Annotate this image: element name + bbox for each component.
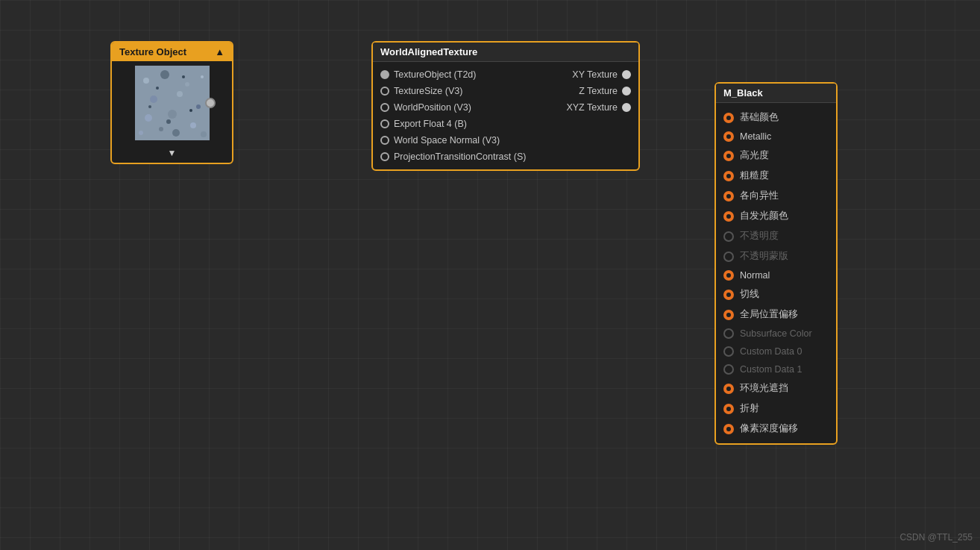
- mat-label-13: Custom Data 0: [740, 346, 802, 357]
- wat-row-3: WorldPosition (V3) XYZ Texture: [373, 99, 638, 116]
- wat-input-2: TextureSize (V3): [380, 86, 462, 96]
- mat-label-2: Metallic: [740, 131, 771, 142]
- output-label-1: XY Texture: [572, 69, 618, 80]
- mat-row-11: 全局位置偏移: [716, 304, 836, 325]
- wat-input-1: TextureObject (T2d): [380, 69, 476, 80]
- svg-point-8: [196, 104, 201, 109]
- mat-pin-8[interactable]: [723, 251, 734, 262]
- svg-point-13: [201, 75, 204, 78]
- input-pin-2[interactable]: [380, 87, 389, 96]
- mat-label-7: 不透明度: [740, 230, 779, 243]
- watermark-text: CSDN @TTL_255: [899, 532, 973, 543]
- input-pin-1[interactable]: [380, 70, 389, 79]
- mat-row-1: 基础颜色: [716, 107, 836, 128]
- svg-point-9: [145, 114, 152, 122]
- mat-pin-5[interactable]: [723, 191, 734, 201]
- mat-row-2: Metallic: [716, 128, 836, 146]
- input-pin-3[interactable]: [380, 103, 389, 112]
- mat-pin-16[interactable]: [723, 404, 734, 414]
- mat-row-8: 不透明蒙版: [716, 246, 836, 266]
- mat-pin-4[interactable]: [723, 171, 734, 181]
- mat-row-12: Subsurface Color: [716, 325, 836, 343]
- svg-point-12: [159, 127, 163, 131]
- output-pin-2[interactable]: [622, 87, 631, 96]
- mat-pin-2[interactable]: [723, 131, 734, 142]
- wat-output-3: XYZ Texture: [566, 102, 631, 113]
- mat-pin-6[interactable]: [723, 211, 734, 222]
- mat-label-1: 基础颜色: [740, 111, 779, 124]
- mat-row-5: 各向异性: [716, 186, 836, 206]
- mat-row-9: Normal: [716, 266, 836, 284]
- mat-row-15: 环境光遮挡: [716, 378, 836, 399]
- svg-point-14: [172, 129, 180, 137]
- texture-thumbnail: [135, 66, 210, 140]
- mat-pin-17[interactable]: [723, 424, 734, 434]
- mat-row-16: 折射: [716, 399, 836, 419]
- svg-point-20: [189, 109, 192, 112]
- material-node-title: M_Black: [723, 87, 763, 99]
- texture-output-pin[interactable]: [205, 98, 216, 108]
- texture-node-icons: ▲: [215, 46, 224, 57]
- output-pin-1[interactable]: [622, 70, 631, 79]
- mat-label-15: 环境光遮挡: [740, 382, 788, 395]
- mat-pin-11[interactable]: [723, 310, 734, 320]
- mat-row-3: 高光度: [716, 146, 836, 166]
- svg-point-7: [177, 91, 183, 97]
- svg-point-15: [139, 131, 143, 135]
- expand-icon[interactable]: ▼: [168, 148, 177, 158]
- texture-node-title: Texture Object: [119, 46, 186, 57]
- svg-point-21: [148, 105, 151, 108]
- collapse-icon[interactable]: ▲: [215, 46, 224, 57]
- texture-object-node: Texture Object ▲: [110, 41, 233, 164]
- mat-row-10: 切线: [716, 284, 836, 304]
- mat-pin-14[interactable]: [723, 364, 734, 375]
- wat-row-4: Export Float 4 (B): [373, 116, 638, 132]
- svg-rect-2: [135, 66, 210, 140]
- wat-row-6: ProjectionTransitionContrast (S): [373, 149, 638, 165]
- mat-label-10: 切线: [740, 288, 759, 301]
- mat-row-7: 不透明度: [716, 226, 836, 246]
- mat-row-13: Custom Data 0: [716, 343, 836, 360]
- svg-point-19: [166, 119, 171, 124]
- mat-label-14: Custom Data 1: [740, 364, 802, 375]
- mat-pin-3[interactable]: [723, 151, 734, 161]
- mat-pin-1[interactable]: [723, 113, 734, 123]
- svg-point-6: [150, 96, 157, 103]
- mat-label-8: 不透明蒙版: [740, 250, 788, 263]
- mat-pin-13[interactable]: [723, 346, 734, 357]
- wat-input-4: Export Float 4 (B): [380, 119, 467, 129]
- mat-pin-7[interactable]: [723, 231, 734, 242]
- input-label-2: TextureSize (V3): [394, 86, 462, 96]
- wat-row-2: TextureSize (V3) Z Texture: [373, 83, 638, 99]
- material-node-header: M_Black: [716, 84, 836, 103]
- svg-point-11: [190, 122, 196, 128]
- mat-pin-12[interactable]: [723, 328, 734, 339]
- wat-node-header: WorldAlignedTexture: [373, 43, 638, 62]
- wat-node-body: TextureObject (T2d) XY Texture TextureSi…: [373, 62, 638, 169]
- mat-label-9: Normal: [740, 270, 770, 281]
- input-pin-5[interactable]: [380, 136, 389, 145]
- mat-pin-9[interactable]: [723, 270, 734, 281]
- mat-label-11: 全局位置偏移: [740, 308, 798, 321]
- mat-pin-10[interactable]: [723, 290, 734, 300]
- input-pin-6[interactable]: [380, 152, 389, 161]
- input-label-6: ProjectionTransitionContrast (S): [394, 151, 526, 162]
- output-label-3: XYZ Texture: [566, 102, 618, 113]
- mat-label-3: 高光度: [740, 149, 769, 162]
- output-pin-3[interactable]: [622, 103, 631, 112]
- mat-label-17: 像素深度偏移: [740, 422, 798, 435]
- mat-row-17: 像素深度偏移: [716, 419, 836, 439]
- mat-pin-15[interactable]: [723, 384, 734, 394]
- texture-art-svg: [135, 66, 210, 140]
- mat-label-6: 自发光颜色: [740, 210, 788, 222]
- svg-point-5: [185, 82, 189, 87]
- texture-footer: ▼: [112, 145, 232, 163]
- wat-output-2: Z Texture: [579, 86, 631, 96]
- wat-input-5: World Space Normal (V3): [380, 135, 500, 146]
- input-label-4: Export Float 4 (B): [394, 119, 467, 129]
- output-label-2: Z Texture: [579, 86, 618, 96]
- wat-output-1: XY Texture: [572, 69, 631, 80]
- wat-node-title: WorldAlignedTexture: [380, 46, 477, 57]
- mat-label-16: 折射: [740, 402, 759, 415]
- input-pin-4[interactable]: [380, 119, 389, 128]
